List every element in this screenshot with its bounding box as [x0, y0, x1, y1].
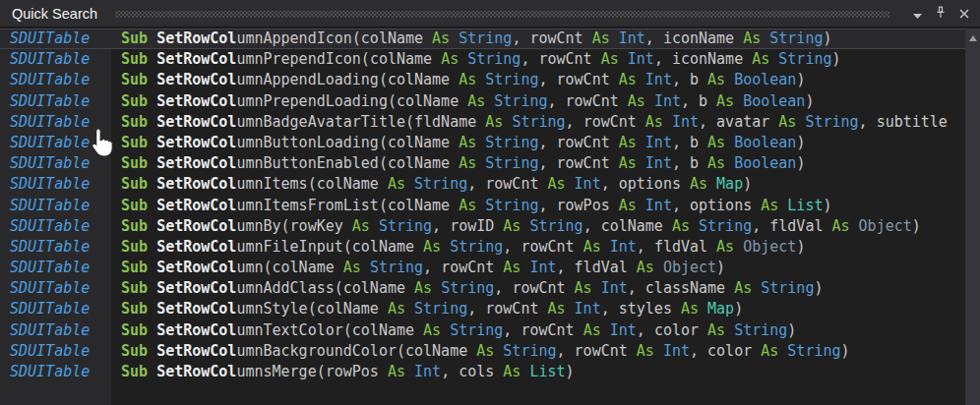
token-param: rowCnt	[566, 92, 628, 110]
result-row[interactable]: SDUITableSub SetRowColumnStyle(colName A…	[0, 299, 980, 319]
token-as: As	[423, 321, 450, 339]
token-close: )	[805, 92, 814, 110]
drag-grip[interactable]	[115, 11, 889, 18]
result-row[interactable]: SDUITableSub SetRowColumnPrependLoading(…	[0, 91, 980, 112]
signature: Sub SetRowColumnsMerge(rowPos As Int, co…	[111, 362, 980, 382]
token-param: colName	[343, 279, 414, 297]
token-type: String	[414, 300, 467, 318]
token-sep: ,	[645, 29, 663, 47]
token-sep: ,	[441, 363, 459, 380]
token-keyword: Sub	[121, 50, 156, 68]
token-match: SetRowCol	[156, 217, 236, 235]
token-keyword: Sub	[121, 342, 156, 360]
token-as: As	[476, 342, 503, 360]
signature: Sub SetRowColumnBy(rowKey As String, row…	[111, 216, 980, 237]
result-row[interactable]: SDUITableSub SetRowColumnBadgeAvatarTitl…	[0, 112, 980, 133]
token-as: As	[548, 300, 575, 318]
token-param: rowCnt	[441, 259, 503, 276]
token-name: umnStyle(	[236, 300, 316, 318]
token-keyword: Sub	[121, 197, 156, 214]
result-row[interactable]: SDUITableSub SetRowColumnButtonEnabled(c…	[0, 153, 980, 174]
token-sep: ,	[557, 259, 575, 276]
token-as: As	[619, 134, 645, 151]
token-sep: ,	[672, 71, 690, 88]
module-name: SDUITable	[0, 49, 111, 70]
module-name: SDUITable	[0, 112, 111, 133]
token-as: As	[503, 217, 529, 235]
result-row[interactable]: SDUITableSub SetRowColumnPrependIcon(col…	[0, 49, 980, 70]
token-as: As	[707, 71, 734, 88]
token-param: rowCnt	[557, 71, 619, 88]
result-row[interactable]: SDUITableSub SetRowColumnAppendIcon(colN…	[0, 29, 980, 49]
token-match: SetRowCol	[156, 279, 236, 297]
token-keyword: Sub	[121, 259, 156, 276]
token-type: Int	[529, 259, 556, 276]
result-row[interactable]: SDUITableSub SetRowColumnFileInput(colNa…	[0, 237, 980, 258]
close-button[interactable]	[954, 4, 974, 24]
token-type: Boolean	[734, 71, 796, 88]
module-name: SDUITable	[0, 91, 111, 112]
token-close: )	[841, 342, 850, 360]
token-as: As	[637, 259, 663, 276]
token-type: String	[414, 175, 467, 193]
token-keyword: Sub	[121, 238, 156, 256]
module-name: SDUITable	[0, 320, 111, 341]
token-as: As	[388, 363, 414, 380]
token-param: colName	[361, 29, 432, 47]
signature: Sub SetRowColumn(colName As String, rowC…	[111, 258, 980, 278]
token-param: options	[690, 197, 761, 214]
result-row[interactable]: SDUITableSub SetRowColumnBy(rowKey As St…	[0, 216, 980, 237]
token-match: SetRowCol	[156, 113, 236, 131]
result-row[interactable]: SDUITableSub SetRowColumnTextColor(colNa…	[0, 320, 980, 341]
token-sep: ,	[672, 154, 690, 172]
vertical-scrollbar[interactable]	[965, 29, 980, 405]
result-row[interactable]: SDUITableSub SetRowColumnItemsFromList(c…	[0, 196, 980, 216]
token-type: String	[450, 238, 503, 256]
token-as: As	[619, 197, 645, 214]
token-type: Boolean	[743, 92, 805, 110]
token-param: colName	[397, 92, 467, 110]
token-keyword: Sub	[121, 175, 156, 193]
token-type: String	[734, 321, 787, 339]
module-name: SDUITable	[0, 299, 111, 319]
search-results-panel: SDUITableSub SetRowColumnAppendIcon(colN…	[0, 29, 980, 405]
token-as: As	[414, 279, 441, 297]
result-row[interactable]: SDUITableSub SetRowColumnBackgroundColor…	[0, 341, 980, 362]
token-type: Int	[645, 154, 672, 172]
result-row[interactable]: SDUITableSub SetRowColumnButtonLoading(c…	[0, 133, 980, 153]
result-row[interactable]: SDUITableSub SetRowColumnAddClass(colNam…	[0, 278, 980, 299]
window-position-button[interactable]	[907, 4, 927, 24]
token-param: rowCnt	[583, 113, 645, 131]
token-sep: ,	[538, 71, 556, 88]
signature: Sub SetRowColumnButtonEnabled(colName As…	[111, 153, 980, 174]
token-sep: ,	[628, 279, 645, 297]
scroll-up-icon[interactable]	[969, 35, 977, 41]
token-as: As	[645, 113, 672, 131]
token-param: rowID	[450, 217, 503, 235]
close-icon	[959, 4, 969, 23]
result-row[interactable]: SDUITableSub SetRowColumnAppendLoading(c…	[0, 70, 980, 90]
token-type: Int	[654, 92, 681, 110]
token-param: colName	[601, 217, 672, 235]
result-row[interactable]: SDUITableSub SetRowColumnsMerge(rowPos A…	[0, 362, 980, 382]
token-param: fldName	[414, 113, 485, 131]
token-as: As	[761, 342, 787, 360]
token-match: SetRowCol	[156, 175, 236, 193]
result-row[interactable]: SDUITableSub SetRowColumnItems(colName A…	[0, 174, 980, 195]
token-as: As	[690, 175, 716, 193]
panel-titlebar: Quick Search	[0, 0, 980, 28]
token-as: As	[459, 134, 485, 151]
token-as: As	[459, 71, 485, 88]
token-match: SetRowCol	[156, 300, 236, 318]
token-keyword: Sub	[121, 71, 156, 88]
token-name: umnPrependIcon(	[236, 50, 369, 68]
token-match: SetRowCol	[156, 321, 236, 339]
token-type: String	[370, 259, 423, 276]
pin-button[interactable]	[931, 4, 950, 24]
token-param: colName	[370, 50, 441, 68]
token-name: umnAppendIcon(	[236, 29, 360, 47]
result-row[interactable]: SDUITableSub SetRowColumn(colName As Str…	[0, 258, 980, 278]
signature: Sub SetRowColumnPrependIcon(colName As S…	[111, 49, 980, 70]
token-sep: ,	[601, 300, 619, 318]
token-param: rowCnt	[557, 154, 619, 172]
